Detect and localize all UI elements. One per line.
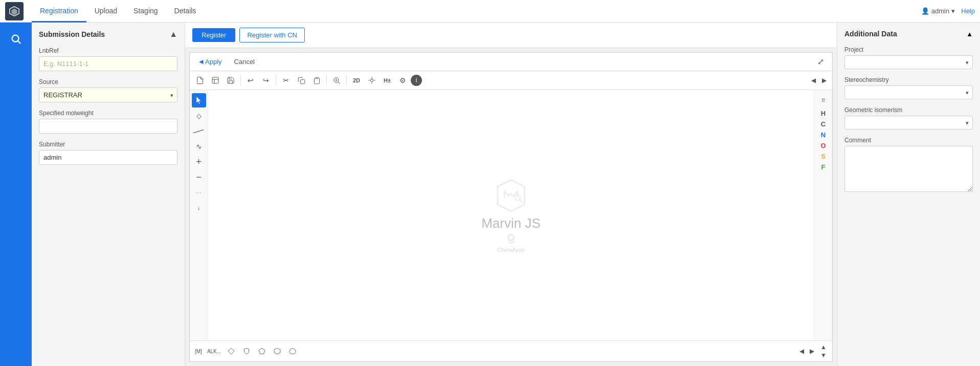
bond-tool[interactable]: ╱ [189,121,209,141]
user-menu[interactable]: 👤 admin ▾ [921,7,955,15]
project-group: Project ▾ [844,46,973,69]
canvas-page-nav: ◀ ▶ [797,346,817,356]
search-sidebar [0,23,32,366]
geometric-isomerism-select[interactable] [844,116,973,130]
nav-tab-registration[interactable]: Registration [32,1,86,23]
atom-S-button[interactable]: S [820,152,827,161]
erase-tool[interactable]: ◇ [192,109,206,123]
subtract-tool[interactable]: − [192,170,206,184]
canvas-scroll-nav: ▲ ▼ [818,343,829,359]
settings-button[interactable]: ⚙ [395,73,410,88]
pentagon-button[interactable] [255,344,269,358]
heptagon-button[interactable] [285,344,300,358]
expand-button[interactable]: ⤢ [814,56,827,68]
project-select[interactable] [844,55,973,69]
scroll-down-button[interactable]: ▼ [818,351,829,359]
2d-button[interactable]: 2D [349,73,364,88]
alk-button[interactable]: ALK... [205,344,223,358]
new-file-button[interactable] [193,73,207,88]
molweight-label: Specified molweight [39,110,177,117]
atom-C-button[interactable]: C [820,119,827,129]
editor-canvas: ◇ ╱ ∿ + − ··· ↓ [190,90,832,340]
page-prev-button[interactable]: ◀ [797,346,807,356]
marvin-brand-text: Marvin JS [481,216,541,231]
apply-button[interactable]: ◀ Apply [195,56,226,68]
page-next-button[interactable]: ▶ [807,346,817,356]
chemaxon-brand-text: ChemAxon [497,247,525,253]
nav-tab-details[interactable]: Details [166,1,205,23]
clean-button[interactable] [365,73,379,88]
nav-right: 👤 admin ▾ Help [921,7,975,15]
metal-button[interactable]: [M] [193,344,204,358]
atom-H-button[interactable]: H [820,109,827,118]
register-button[interactable]: Register [192,28,235,42]
stereochemistry-select-wrapper: ▾ [844,85,973,99]
canvas-nav-prev[interactable]: ◀ [809,75,818,85]
hexagon-button[interactable] [270,344,284,358]
stereochemistry-select[interactable] [844,85,973,99]
cancel-button[interactable]: Cancel [230,56,259,68]
left-panel: Submission Details ▲ LnbRef Source REGIS… [32,23,185,366]
stereochemistry-group: Stereochemistry ▾ [844,76,973,99]
scroll-up-button[interactable]: ▲ [818,343,829,351]
additional-data-collapse-icon[interactable]: ▲ [966,30,973,38]
collapse-button[interactable]: ▲ [169,30,177,39]
editor-toolbar: ↩ ↪ ✂ [190,71,832,90]
arrow-h-button[interactable] [224,344,238,358]
nav-tab-upload[interactable]: Upload [86,1,125,23]
atom-grid-button[interactable]: ⠿ [816,93,831,107]
user-icon: 👤 [921,7,929,15]
submission-details-title: Submission Details [39,30,105,38]
zoom-button[interactable] [329,73,344,88]
cut-button[interactable]: ✂ [279,73,293,88]
canvas-drawing-area[interactable]: Marvin JS ChemAxon [208,90,814,340]
add-tool[interactable]: + [192,155,206,169]
molweight-group: Specified molweight [39,110,177,134]
molweight-input[interactable] [39,119,177,134]
canvas-nav-next[interactable]: ▶ [819,75,829,85]
chain-tool[interactable]: ∿ [192,139,206,154]
template-button[interactable] [208,73,222,88]
svg-marker-24 [289,348,296,354]
redo-button[interactable]: ↪ [259,73,273,88]
svg-rect-7 [300,79,304,83]
atom-F-button[interactable]: F [820,162,827,172]
save-button[interactable] [224,73,238,88]
comment-textarea[interactable] [844,146,973,192]
atom-O-button[interactable]: O [819,141,827,150]
copy-button[interactable] [294,73,308,88]
select-tool[interactable] [192,93,206,107]
user-label: admin [931,7,949,15]
lnbref-input[interactable] [39,56,177,71]
more-tool[interactable]: ··· [192,185,206,200]
atom-N-button[interactable]: N [820,130,827,140]
help-link[interactable]: Help [961,7,975,15]
paste-button[interactable] [309,73,324,88]
undo-button[interactable]: ↩ [243,73,258,88]
svg-marker-23 [274,348,280,354]
svg-rect-8 [316,77,318,79]
arrow-tool[interactable]: ↓ [192,201,206,215]
bottom-tools-left: [M] ALK... [193,344,300,358]
register-cn-button[interactable]: Register with CN [239,28,305,42]
stereochemistry-label: Stereochemistry [844,76,973,83]
svg-point-20 [508,234,514,240]
shield-button[interactable] [239,344,254,358]
comment-group: Comment [844,137,973,193]
svg-marker-1 [12,8,17,15]
submitter-input[interactable] [39,150,177,165]
h-atoms-button[interactable]: H± [380,73,394,88]
toolbar-sep-4 [346,75,347,85]
svg-rect-4 [212,77,218,83]
lnbref-label: LnbRef [39,47,177,54]
svg-line-10 [338,82,340,84]
apply-label: Apply [205,58,222,66]
svg-marker-22 [259,348,265,354]
top-nav: Registration Upload Staging Details 👤 ad… [0,0,980,23]
info-button[interactable]: i [411,75,422,86]
search-button[interactable] [7,30,25,48]
source-select[interactable]: REGISTRAR UPLOAD MANUAL [39,88,177,102]
nav-tab-staging[interactable]: Staging [125,1,166,23]
svg-point-2 [12,35,19,42]
register-toolbar: Register Register with CN [185,23,837,48]
